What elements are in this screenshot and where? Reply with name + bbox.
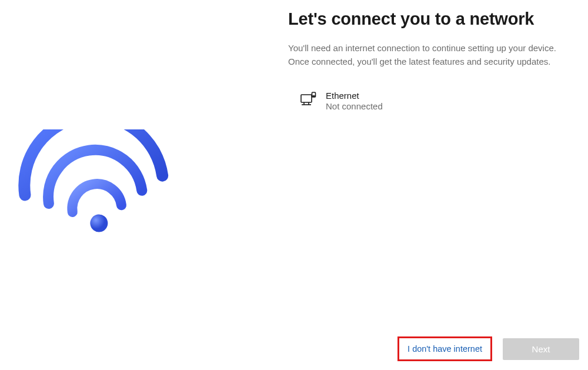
network-info: Ethernet Not connected (326, 91, 383, 111)
page-title: Let's connect you to a network (288, 9, 570, 29)
page-description: You'll need an internet connection to co… (288, 42, 559, 68)
footer-actions: I don't have internet Next (397, 336, 579, 361)
hero-panel (0, 0, 259, 370)
network-item-ethernet[interactable]: Ethernet Not connected (288, 87, 570, 115)
content-panel: Let's connect you to a network You'll ne… (259, 0, 588, 370)
svg-point-0 (89, 213, 109, 233)
next-button[interactable]: Next (503, 338, 579, 360)
network-status: Not connected (326, 101, 383, 111)
ethernet-icon (300, 91, 316, 107)
no-internet-button[interactable]: I don't have internet (397, 336, 492, 361)
svg-rect-1 (301, 95, 312, 102)
network-name: Ethernet (326, 91, 383, 101)
wifi-icon (18, 129, 171, 247)
